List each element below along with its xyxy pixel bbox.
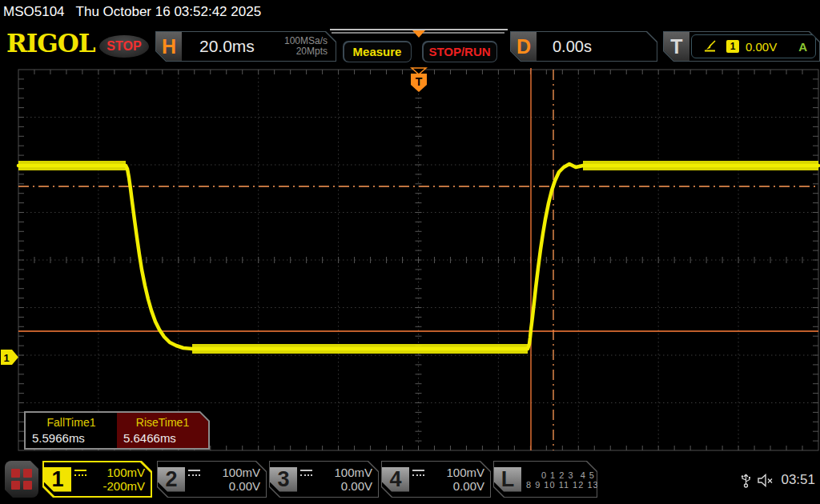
horizontal-panel[interactable]: H 20.0ms 100MSa/s 20Mpts [155,31,336,62]
delay-panel[interactable]: D 0.00s [510,31,657,62]
logic-channels-row2: 8 9 10 11 12 13 14 15 [526,480,628,490]
falling-edge-icon [703,40,717,53]
trigger-panel[interactable]: T 1 0.00V A [663,31,820,62]
measurement-falltime[interactable]: FallTime1 5.5966ms [26,413,117,448]
waveform-overview-strip[interactable] [330,29,508,41]
trigger-source-badge: 1 [726,40,739,53]
measurement-risetime[interactable]: RiseTime1 5.6466ms [117,413,208,448]
delay-label: D [511,32,537,61]
svg-text:1: 1 [3,352,9,364]
status-bar: MSO5104 Thu October 16 03:52:42 2025 [0,0,820,24]
dc-coupling-icon [74,470,86,476]
channel2-box[interactable]: 2 100mV 0.00V [157,461,267,498]
measure-button[interactable]: Measure [343,41,412,62]
toolbar: RIGOL STOP H 20.0ms 100MSa/s 20Mpts Meas… [0,24,820,64]
menu-grid-icon [11,469,32,490]
trigger-level-value: 0.00V [746,40,777,54]
measurement-panel: FallTime1 5.5966ms RiseTime1 5.6466ms [24,411,210,450]
system-datetime: Thu October 16 03:52:42 2025 [76,4,262,20]
svg-text:T: T [416,75,423,88]
dc-coupling-icon [412,470,424,476]
dc-coupling-icon [188,470,200,476]
scope-display: T 1 [0,64,820,456]
channel4-box[interactable]: 4 100mV 0.00V [381,461,491,498]
usb-icon [741,472,751,488]
clock: 03:51 [781,472,815,488]
trigger-label: T [664,32,689,61]
menu-button[interactable] [5,461,38,498]
horizontal-label: H [156,32,182,61]
memory-depth: 20Mpts [284,46,328,57]
trigger-mode: A [798,40,807,54]
stop-run-button[interactable]: STOP/RUN [422,41,497,62]
rigol-logo: RIGOL [6,29,95,58]
trigger-position-icon[interactable]: T [411,68,427,92]
channel1-level-icon[interactable]: 1 [1,350,18,365]
channel1-trace [18,164,818,349]
model-name: MSO5104 [3,4,65,20]
delay-value: 0.00s [553,38,592,56]
timebase-value: 20.0ms [199,37,255,56]
logic-analyzer-box[interactable]: L 0 1 2 3 4 5 6 7 8 9 10 11 12 13 14 15 [493,461,597,498]
speaker-muted-icon [758,474,774,487]
dc-coupling-icon [300,470,312,476]
run-state-badge[interactable]: STOP [99,35,149,58]
channel1-box[interactable]: 1 100mV -200mV [42,461,152,498]
logic-channels-row1: 0 1 2 3 4 5 6 7 [526,470,628,480]
channel-status-bar: 1 100mV -200mV 2 100mV 0.00V 3 100mV 0.0… [0,456,820,504]
channel3-box[interactable]: 3 100mV 0.00V [269,461,379,498]
